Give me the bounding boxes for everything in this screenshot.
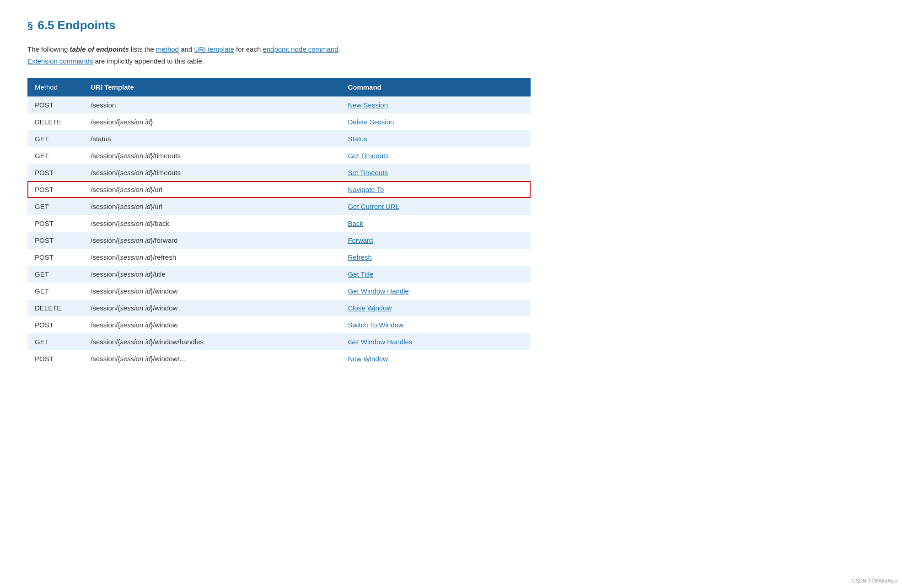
extension-commands-link[interactable]: Extension commands xyxy=(27,57,93,65)
cell-method: GET xyxy=(27,266,83,283)
cell-command[interactable]: Get Timeouts xyxy=(340,147,531,164)
cell-uri: /session/{session id}/url xyxy=(83,181,340,198)
section-heading: 6.5 Endpoints xyxy=(38,18,115,32)
cell-method: POST xyxy=(27,164,83,181)
section-title: § 6.5 Endpoints xyxy=(27,18,875,32)
cell-command[interactable]: New Window xyxy=(340,350,531,367)
cell-uri: /session/{session id}/forward xyxy=(83,232,340,249)
cell-command[interactable]: Switch To Window xyxy=(340,316,531,333)
command-link[interactable]: Get Window Handles xyxy=(348,338,412,346)
table-row: POST/session/{session id}/windowSwitch T… xyxy=(27,316,531,333)
command-link[interactable]: Status xyxy=(348,135,367,143)
cell-uri: /session/{session id}/back xyxy=(83,215,340,232)
command-link[interactable]: Close Window xyxy=(348,304,392,312)
command-link[interactable]: Forward xyxy=(348,236,373,244)
cell-method: POST xyxy=(27,316,83,333)
description-text: The following table of endpoints lists t… xyxy=(27,43,875,67)
table-row: POST/session/{session id}/backBack xyxy=(27,215,531,232)
cell-command[interactable]: Get Title xyxy=(340,266,531,283)
cell-command[interactable]: Forward xyxy=(340,232,531,249)
table-row: POST/sessionNew Session xyxy=(27,96,531,113)
table-row: GET/statusStatus xyxy=(27,130,531,147)
desc-bold-italic: table of endpoints xyxy=(70,45,129,53)
table-row: GET/session/{session id}/timeoutsGet Tim… xyxy=(27,147,531,164)
endpoints-table: Method URI Template Command POST/session… xyxy=(27,78,531,367)
cell-method: GET xyxy=(27,130,83,147)
header-method: Method xyxy=(27,78,83,96)
desc-part2: lists the xyxy=(129,45,156,53)
cell-command[interactable]: Close Window xyxy=(340,299,531,316)
table-row: GET/session/{session id}/titleGet Title xyxy=(27,266,531,283)
cell-method: GET xyxy=(27,283,83,299)
table-header-row: Method URI Template Command xyxy=(27,78,531,96)
cell-command[interactable]: New Session xyxy=(340,96,531,113)
cell-method: GET xyxy=(27,333,83,350)
table-row: DELETE/session/{session id}/windowClose … xyxy=(27,299,531,316)
table-row: DELETE/session/{session id}Delete Sessio… xyxy=(27,113,531,130)
cell-method: POST xyxy=(27,232,83,249)
command-link[interactable]: Get Title xyxy=(348,270,373,278)
cell-method: POST xyxy=(27,215,83,232)
table-row: GET/session/{session id}/window/handlesG… xyxy=(27,333,531,350)
table-row: POST/session/{session id}/refreshRefresh xyxy=(27,249,531,266)
cell-command[interactable]: Refresh xyxy=(340,249,531,266)
cell-uri: /status xyxy=(83,130,340,147)
cell-method: POST xyxy=(27,96,83,113)
cell-command[interactable]: Get Current URL xyxy=(340,198,531,215)
endpoint-node-command-link[interactable]: endpoint node command xyxy=(263,45,338,53)
cell-command[interactable]: Set Timeouts xyxy=(340,164,531,181)
cell-command[interactable]: Navigate To xyxy=(340,181,531,198)
cell-method: DELETE xyxy=(27,299,83,316)
table-row: POST/session/{session id}/window/...New … xyxy=(27,350,531,367)
section-symbol: § xyxy=(27,20,33,32)
command-link[interactable]: Get Window Handle xyxy=(348,287,408,295)
cell-command[interactable]: Get Window Handles xyxy=(340,333,531,350)
cell-method: POST xyxy=(27,181,83,198)
command-link[interactable]: Delete Session xyxy=(348,118,394,126)
command-link[interactable]: Get Timeouts xyxy=(348,152,388,160)
cell-command[interactable]: Delete Session xyxy=(340,113,531,130)
command-link[interactable]: Get Current URL xyxy=(348,203,399,210)
cell-method: POST xyxy=(27,350,83,367)
table-row: POST/session/{session id}/forwardForward xyxy=(27,232,531,249)
command-link[interactable]: Switch To Window xyxy=(348,321,403,329)
desc-part4: for each xyxy=(234,45,263,53)
desc-part3: and xyxy=(179,45,194,53)
header-uri: URI Template xyxy=(83,78,340,96)
cell-uri: /session/{session id}/url xyxy=(83,198,340,215)
cell-uri: /session/{session id}/window xyxy=(83,283,340,299)
command-link[interactable]: Navigate To xyxy=(348,186,384,193)
cell-method: DELETE xyxy=(27,113,83,130)
cell-uri: /session/{session id}/window/... xyxy=(83,350,340,367)
command-link[interactable]: Set Timeouts xyxy=(348,169,388,176)
command-link[interactable]: Refresh xyxy=(348,253,372,261)
command-link[interactable]: Back xyxy=(348,219,363,227)
cell-uri: /session/{session id} xyxy=(83,113,340,130)
cell-method: GET xyxy=(27,147,83,164)
cell-uri: /session/{session id}/timeouts xyxy=(83,147,340,164)
table-row: POST/session/{session id}/timeoutsSet Ti… xyxy=(27,164,531,181)
cell-command[interactable]: Get Window Handle xyxy=(340,283,531,299)
cell-method: POST xyxy=(27,249,83,266)
cell-uri: /session/{session id}/window xyxy=(83,299,340,316)
cell-command[interactable]: Status xyxy=(340,130,531,147)
table-row: GET/session/{session id}/windowGet Windo… xyxy=(27,283,531,299)
cell-method: GET xyxy=(27,198,83,215)
desc-part1: The following xyxy=(27,45,70,53)
command-link[interactable]: New Session xyxy=(348,101,388,109)
method-link[interactable]: method xyxy=(156,45,179,53)
command-link[interactable]: New Window xyxy=(348,355,388,363)
cell-command[interactable]: Back xyxy=(340,215,531,232)
table-row: POST/session/{session id}/urlNavigate To xyxy=(27,181,531,198)
table-row: GET/session/{session id}/urlGet Current … xyxy=(27,198,531,215)
cell-uri: /session/{session id}/timeouts xyxy=(83,164,340,181)
uri-template-link[interactable]: URI template xyxy=(194,45,234,53)
cell-uri: /session/{session id}/window xyxy=(83,316,340,333)
desc-part5: . xyxy=(338,45,340,53)
cell-uri: /session/{session id}/title xyxy=(83,266,340,283)
cell-uri: /session/{session id}/refresh xyxy=(83,249,340,266)
desc-line2: are implicitly appended to this table. xyxy=(93,57,204,65)
cell-uri: /session/{session id}/window/handles xyxy=(83,333,340,350)
header-command: Command xyxy=(340,78,531,96)
cell-uri: /session xyxy=(83,96,340,113)
